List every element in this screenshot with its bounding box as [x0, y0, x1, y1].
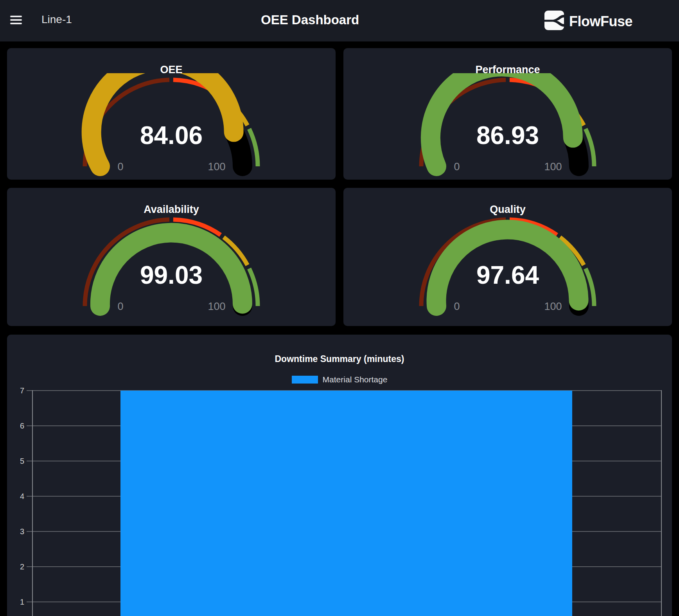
bar-material-shortage[interactable]	[120, 391, 572, 616]
gauge-value: 97.64	[476, 261, 539, 289]
y-tick-label: 3	[9, 527, 24, 536]
y-tick-label: 6	[9, 421, 24, 430]
bar-chart-plot-area: 7654321	[7, 335, 672, 616]
gauge-min-label: 0	[454, 301, 460, 312]
downtime-chart-card: Downtime Summary (minutes) Material Shor…	[7, 335, 672, 616]
gauge-max-label: 100	[208, 161, 225, 173]
gauge-availability: 99.03 0 100	[77, 213, 265, 319]
hamburger-menu-icon[interactable]	[10, 16, 22, 24]
nav-page-name: Line-1	[41, 14, 72, 25]
gauge-arc	[431, 73, 573, 166]
gauge-card-quality: Quality 97.64 0 100	[343, 188, 672, 326]
gauge-max-label: 100	[544, 161, 562, 173]
gauge-quality: 97.64 0 100	[414, 213, 602, 319]
app-header: Line-1 OEE Dashboard FlowFuse	[0, 0, 679, 41]
y-axis-line	[32, 390, 33, 616]
y-tick-label: 2	[9, 562, 24, 571]
gauge-value: 99.03	[140, 261, 203, 289]
gauge-min-label: 0	[117, 161, 123, 173]
gauge-card-performance: Performance 86.93 0 100	[343, 48, 672, 180]
brand-logo: FlowFuse	[544, 11, 564, 30]
flowfuse-icon	[544, 11, 564, 30]
chart-right-border	[661, 390, 662, 616]
gauge-max-label: 100	[208, 301, 225, 312]
y-tick-label: 5	[9, 457, 24, 466]
y-tick-label: 1	[9, 598, 24, 607]
gauge-value: 84.06	[140, 121, 203, 149]
gauge-min-label: 0	[117, 301, 123, 312]
gauge-oee: 84.06 0 100	[77, 73, 265, 179]
gauge-value: 86.93	[476, 121, 539, 149]
gauge-card-availability: Availability 99.03 0 100	[7, 188, 336, 326]
brand-name: FlowFuse	[569, 13, 632, 30]
y-tick-label: 7	[9, 386, 24, 395]
gauge-max-label: 100	[544, 301, 562, 312]
page-title: OEE Dashboard	[261, 13, 359, 27]
gauge-min-label: 0	[454, 161, 460, 173]
gauge-arc	[92, 73, 234, 166]
oee-dashboard-page: { "header": { "page_name": "Line-1", "ti…	[0, 0, 679, 616]
gauge-performance: 86.93 0 100	[414, 73, 602, 179]
gauge-card-oee: OEE 84.06 0 100	[7, 48, 336, 180]
y-tick-label: 4	[9, 492, 24, 501]
